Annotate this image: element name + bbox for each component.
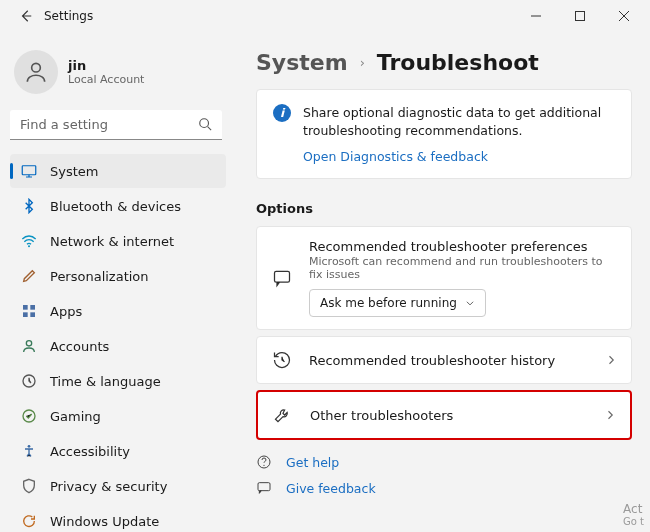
sidebar-item-label: Accessibility (50, 444, 130, 459)
sidebar-item-network[interactable]: Network & internet (10, 224, 226, 258)
history-card[interactable]: Recommended troubleshooter history (256, 336, 632, 384)
svg-point-9 (26, 341, 31, 346)
sidebar-item-accessibility[interactable]: Accessibility (10, 434, 226, 468)
account-name: jin (68, 58, 144, 73)
card-title: Other troubleshooters (310, 408, 588, 423)
link-label: Get help (286, 455, 339, 470)
sidebar-item-gaming[interactable]: Gaming (10, 399, 226, 433)
svg-point-12 (28, 445, 31, 448)
chevron-down-icon (465, 298, 475, 308)
sidebar-item-bluetooth[interactable]: Bluetooth & devices (10, 189, 226, 223)
svg-point-1 (32, 63, 41, 72)
chat-icon (271, 267, 293, 289)
update-icon (20, 512, 38, 530)
sidebar-item-personalization[interactable]: Personalization (10, 259, 226, 293)
clock-icon (20, 372, 38, 390)
account-block[interactable]: jin Local Account (10, 42, 226, 108)
sidebar: jin Local Account System Bluetooth & dev… (0, 32, 230, 532)
banner-text: Share optional diagnostic data to get ad… (303, 104, 615, 139)
account-type: Local Account (68, 73, 144, 86)
sidebar-item-label: Time & language (50, 374, 161, 389)
sidebar-item-label: Windows Update (50, 514, 159, 529)
other-troubleshooters-card[interactable]: Other troubleshooters (256, 390, 632, 440)
sidebar-item-label: System (50, 164, 98, 179)
help-icon (256, 454, 274, 470)
close-button[interactable] (602, 0, 646, 32)
open-diagnostics-link[interactable]: Open Diagnostics & feedback (303, 149, 615, 164)
sidebar-item-update[interactable]: Windows Update (10, 504, 226, 532)
avatar (14, 50, 58, 94)
shield-icon (20, 477, 38, 495)
activation-watermark: Act Go t (623, 502, 644, 528)
search-box (10, 110, 222, 140)
page-title: Troubleshoot (377, 50, 539, 75)
sidebar-item-system[interactable]: System (10, 154, 226, 188)
chevron-right-icon (604, 409, 616, 421)
wifi-icon (20, 232, 38, 250)
history-icon (271, 349, 293, 371)
svg-point-4 (28, 245, 30, 247)
titlebar: Settings (0, 0, 650, 32)
app-title: Settings (44, 9, 93, 23)
diagnostics-banner: i Share optional diagnostic data to get … (256, 89, 632, 179)
breadcrumb-parent[interactable]: System (256, 50, 348, 75)
link-label: Give feedback (286, 481, 376, 496)
preferences-card: Recommended troubleshooter preferences M… (256, 226, 632, 330)
sidebar-item-label: Privacy & security (50, 479, 167, 494)
svg-rect-16 (258, 483, 270, 491)
options-heading: Options (256, 201, 632, 216)
footer-links: Get help Give feedback (256, 454, 632, 496)
preference-dropdown[interactable]: Ask me before running (309, 289, 486, 317)
chevron-right-icon (605, 354, 617, 366)
maximize-button[interactable] (558, 0, 602, 32)
give-feedback-link[interactable]: Give feedback (256, 480, 632, 496)
card-subtitle: Microsoft can recommend and run troubles… (309, 255, 617, 281)
get-help-link[interactable]: Get help (256, 454, 632, 470)
user-icon (23, 59, 49, 85)
svg-rect-7 (23, 312, 28, 317)
search-icon (198, 117, 212, 131)
svg-point-2 (200, 119, 209, 128)
card-title: Recommended troubleshooter history (309, 353, 589, 368)
accounts-icon (20, 337, 38, 355)
wrench-icon (272, 404, 294, 426)
sidebar-item-label: Accounts (50, 339, 109, 354)
minimize-button[interactable] (514, 0, 558, 32)
search-input[interactable] (10, 110, 222, 140)
card-title: Recommended troubleshooter preferences (309, 239, 617, 254)
sidebar-item-privacy[interactable]: Privacy & security (10, 469, 226, 503)
accessibility-icon (20, 442, 38, 460)
svg-point-15 (263, 465, 264, 466)
sidebar-item-accounts[interactable]: Accounts (10, 329, 226, 363)
sidebar-item-label: Apps (50, 304, 82, 319)
info-icon: i (273, 104, 291, 122)
sidebar-item-label: Bluetooth & devices (50, 199, 181, 214)
feedback-icon (256, 480, 274, 496)
sidebar-item-label: Network & internet (50, 234, 174, 249)
svg-rect-8 (30, 312, 35, 317)
apps-icon (20, 302, 38, 320)
brush-icon (20, 267, 38, 285)
chevron-right-icon: › (360, 55, 365, 70)
svg-rect-6 (30, 305, 35, 310)
breadcrumb: System › Troubleshoot (256, 50, 632, 75)
sidebar-item-apps[interactable]: Apps (10, 294, 226, 328)
arrow-left-icon (19, 9, 33, 23)
back-button[interactable] (18, 8, 34, 24)
nav: System Bluetooth & devices Network & int… (10, 154, 226, 532)
sidebar-item-label: Gaming (50, 409, 101, 424)
bluetooth-icon (20, 197, 38, 215)
svg-rect-0 (576, 12, 585, 21)
sidebar-item-label: Personalization (50, 269, 149, 284)
sidebar-item-time[interactable]: Time & language (10, 364, 226, 398)
svg-rect-13 (275, 271, 290, 282)
content: System › Troubleshoot i Share optional d… (230, 32, 650, 532)
system-icon (20, 162, 38, 180)
svg-rect-3 (22, 166, 36, 175)
dropdown-value: Ask me before running (320, 296, 457, 310)
gaming-icon (20, 407, 38, 425)
svg-rect-5 (23, 305, 28, 310)
